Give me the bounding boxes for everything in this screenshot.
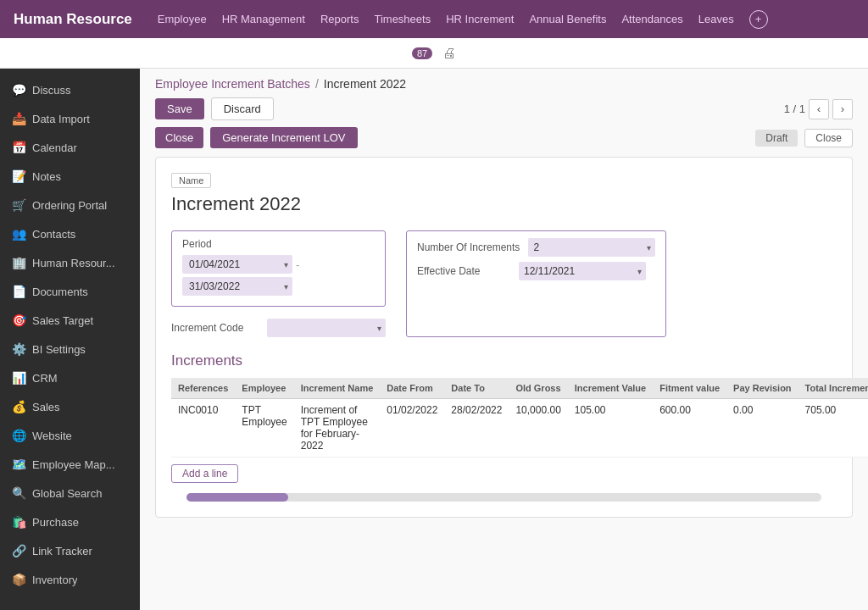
sidebar-item-purchase[interactable]: 🛍️Purchase xyxy=(0,507,140,536)
form-card: Name Increment 2022 Period - xyxy=(155,157,853,518)
effective-date-label: Effective Date xyxy=(417,265,510,277)
col-old-gross: Old Gross xyxy=(509,378,567,399)
sidebar-item-ordering-portal[interactable]: 🛒Ordering Portal xyxy=(0,191,140,219)
increment-code-row: Increment Code xyxy=(171,319,386,337)
sidebar-label-global-search: Global Search xyxy=(32,487,102,500)
number-of-increments-label: Number Of Increments xyxy=(417,241,520,253)
data-import-icon: 📥 xyxy=(12,112,25,125)
sidebar-label-crm: CRM xyxy=(32,372,58,385)
nav-annual-benefits[interactable]: Annual Benefits xyxy=(529,13,606,25)
purchase-icon: 🛍️ xyxy=(12,515,25,529)
close-right-button[interactable]: Close xyxy=(804,129,853,147)
sidebar-label-calendar: Calendar xyxy=(32,141,77,154)
sidebar-label-link-tracker: Link Tracker xyxy=(32,545,92,557)
table-row[interactable]: INC0010 TPT Employee Increment of TPT Em… xyxy=(171,399,868,458)
printer-icon[interactable]: 🖨 xyxy=(442,46,456,61)
horizontal-scrollbar[interactable] xyxy=(186,493,821,502)
generate-increment-lov-button[interactable]: Generate Increment LOV xyxy=(210,127,357,148)
col-increment-value: Increment Value xyxy=(568,378,653,399)
period-label: Period xyxy=(182,238,375,250)
sidebar-item-sales[interactable]: 💰Sales xyxy=(0,392,140,421)
nav-hr-increment[interactable]: HR Increment xyxy=(446,13,514,25)
period-field-box: Period - xyxy=(171,230,386,307)
sidebar-item-data-import[interactable]: 📥Data Import xyxy=(0,104,140,133)
nav-hr-management[interactable]: HR Management xyxy=(222,13,305,25)
sidebar-label-employee-map: Employee Map... xyxy=(32,458,115,471)
sidebar-item-global-search[interactable]: 🔍Global Search xyxy=(0,479,140,507)
sidebar-item-documents[interactable]: 📄Documents xyxy=(0,277,140,306)
sidebar-item-notes[interactable]: 📝Notes xyxy=(0,162,140,191)
cell-date-to: 28/02/2022 xyxy=(444,399,509,458)
increment-code-wrapper[interactable] xyxy=(267,319,386,337)
period-from-input[interactable] xyxy=(182,255,292,274)
scrollbar-thumb[interactable] xyxy=(186,493,288,502)
period-from-wrapper xyxy=(182,255,292,274)
sidebar-item-contacts[interactable]: 👥Contacts xyxy=(0,219,140,248)
pager-next-button[interactable]: › xyxy=(832,99,853,119)
add-line-button[interactable]: Add a line xyxy=(171,464,238,483)
bi-settings-icon: ⚙️ xyxy=(12,342,25,356)
sidebar-label-bi-settings: BI Settings xyxy=(32,343,86,356)
sidebar-item-sales-target[interactable]: 🎯Sales Target xyxy=(0,306,140,335)
nav-reports[interactable]: Reports xyxy=(320,13,359,25)
main-layout: 💬Discuss📥Data Import📅Calendar📝Notes🛒Orde… xyxy=(0,69,868,610)
ordering-portal-icon: 🛒 xyxy=(12,198,25,212)
notes-icon: 📝 xyxy=(12,169,25,183)
action-toolbar: Close Generate Increment LOV Draft Close xyxy=(140,127,868,157)
breadcrumb-parent[interactable]: Employee Increment Batches xyxy=(155,77,310,91)
effective-date-row: Effective Date xyxy=(417,262,655,280)
discard-button[interactable]: Discard xyxy=(211,97,274,120)
cell-fitment-value: 600.00 xyxy=(653,399,726,458)
website-icon: 🌐 xyxy=(12,429,25,442)
sidebar-label-notes: Notes xyxy=(32,170,61,183)
period-to-wrapper xyxy=(182,277,292,296)
nav-timesheets[interactable]: Timesheets xyxy=(374,13,431,25)
sidebar-item-link-tracker[interactable]: 🔗Link Tracker xyxy=(0,536,140,565)
sidebar-item-discuss[interactable]: 💬Discuss xyxy=(0,75,140,104)
period-dash: - xyxy=(296,258,299,271)
nav-links: Employee HR Management Reports Timesheet… xyxy=(158,10,854,29)
effective-date-input[interactable] xyxy=(519,262,646,280)
name-field-label: Name xyxy=(171,173,211,188)
sidebar-item-calendar[interactable]: 📅Calendar xyxy=(0,133,140,162)
sidebar-label-discuss: Discuss xyxy=(32,84,71,97)
effective-date-wrapper[interactable] xyxy=(519,262,646,280)
sidebar-item-website[interactable]: 🌐Website xyxy=(0,421,140,450)
pager-prev-button[interactable]: ‹ xyxy=(809,99,829,119)
cell-increment-value: 105.00 xyxy=(568,399,653,458)
sidebar-item-inventory[interactable]: 📦Inventory xyxy=(0,565,140,594)
employee-map-icon: 🗺️ xyxy=(12,458,25,471)
breadcrumb: Employee Increment Batches / Increment 2… xyxy=(140,69,868,94)
period-to-input[interactable] xyxy=(182,277,292,296)
sidebar-label-website: Website xyxy=(32,430,72,442)
nav-employee[interactable]: Employee xyxy=(158,13,207,25)
cell-references: INC0010 xyxy=(171,399,235,458)
sidebar-item-human-resource[interactable]: 🏢Human Resour... xyxy=(0,248,140,277)
increments-table-header: References Employee Increment Name Date … xyxy=(171,378,868,399)
breadcrumb-current: Increment 2022 xyxy=(324,77,406,91)
nav-attendances[interactable]: Attendances xyxy=(621,13,682,25)
main-toolbar: Save Discard 1 / 1 ‹ › xyxy=(140,94,868,127)
sidebar-item-employee-map[interactable]: 🗺️Employee Map... xyxy=(0,450,140,479)
cell-employee: TPT Employee xyxy=(235,399,293,458)
secondary-bar: 87 🖨 xyxy=(0,38,868,69)
sidebar: 💬Discuss📥Data Import📅Calendar📝Notes🛒Orde… xyxy=(0,69,140,610)
increments-table: References Employee Increment Name Date … xyxy=(171,378,868,458)
app-brand: Human Resource xyxy=(14,11,132,28)
notification-badge[interactable]: 87 xyxy=(412,47,432,59)
increment-code-select[interactable] xyxy=(267,319,386,337)
nav-add-button[interactable]: + xyxy=(749,10,768,29)
discuss-icon: 💬 xyxy=(12,83,25,97)
calendar-icon: 📅 xyxy=(12,141,25,154)
link-tracker-icon: 🔗 xyxy=(12,544,25,557)
number-of-increments-select[interactable]: 2 xyxy=(528,238,655,257)
increments-section-title: Increments xyxy=(171,352,837,369)
sidebar-item-crm[interactable]: 📊CRM xyxy=(0,363,140,392)
close-action-button[interactable]: Close xyxy=(155,127,203,148)
sales-target-icon: 🎯 xyxy=(12,313,25,327)
col-total-increment: Total Increment xyxy=(798,378,868,399)
save-button[interactable]: Save xyxy=(155,98,204,119)
number-of-increments-wrapper[interactable]: 2 xyxy=(528,238,655,257)
sidebar-item-bi-settings[interactable]: ⚙️BI Settings xyxy=(0,335,140,363)
nav-leaves[interactable]: Leaves xyxy=(698,13,734,25)
